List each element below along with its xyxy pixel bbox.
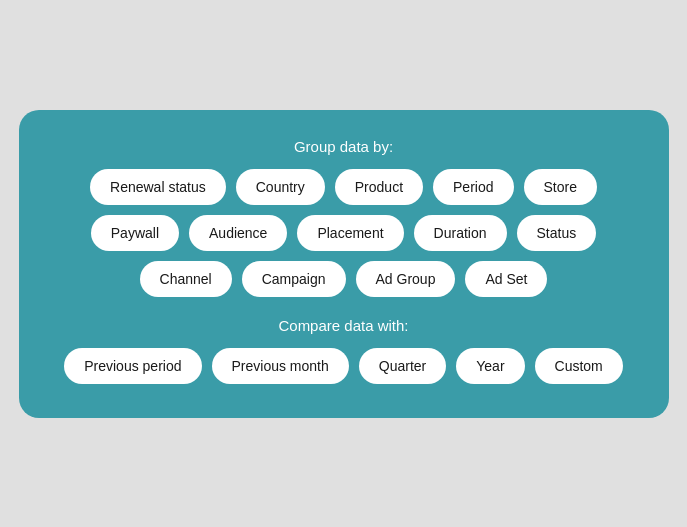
compare-label: Compare data with: [51, 317, 637, 334]
chip-duration[interactable]: Duration [414, 215, 507, 251]
chip-status[interactable]: Status [517, 215, 597, 251]
chip-renewal-status[interactable]: Renewal status [90, 169, 226, 205]
chip-paywall[interactable]: Paywall [91, 215, 179, 251]
chip-previous-period[interactable]: Previous period [64, 348, 201, 384]
compare-section: Compare data with: Previous periodPrevio… [51, 317, 637, 384]
chip-year[interactable]: Year [456, 348, 524, 384]
chip-placement[interactable]: Placement [297, 215, 403, 251]
chip-store[interactable]: Store [524, 169, 597, 205]
chip-country[interactable]: Country [236, 169, 325, 205]
group-label: Group data by: [51, 138, 637, 155]
chip-product[interactable]: Product [335, 169, 423, 205]
compare-chips-container: Previous periodPrevious monthQuarterYear… [51, 348, 637, 384]
chip-period[interactable]: Period [433, 169, 513, 205]
main-card: Group data by: Renewal statusCountryProd… [19, 110, 669, 418]
chip-previous-month[interactable]: Previous month [212, 348, 349, 384]
chip-quarter[interactable]: Quarter [359, 348, 446, 384]
chip-audience[interactable]: Audience [189, 215, 287, 251]
chip-ad-set[interactable]: Ad Set [465, 261, 547, 297]
group-chips-container: Renewal statusCountryProductPeriodStoreP… [51, 169, 637, 297]
chip-campaign[interactable]: Campaign [242, 261, 346, 297]
chip-channel[interactable]: Channel [140, 261, 232, 297]
chip-custom[interactable]: Custom [535, 348, 623, 384]
chip-ad-group[interactable]: Ad Group [356, 261, 456, 297]
